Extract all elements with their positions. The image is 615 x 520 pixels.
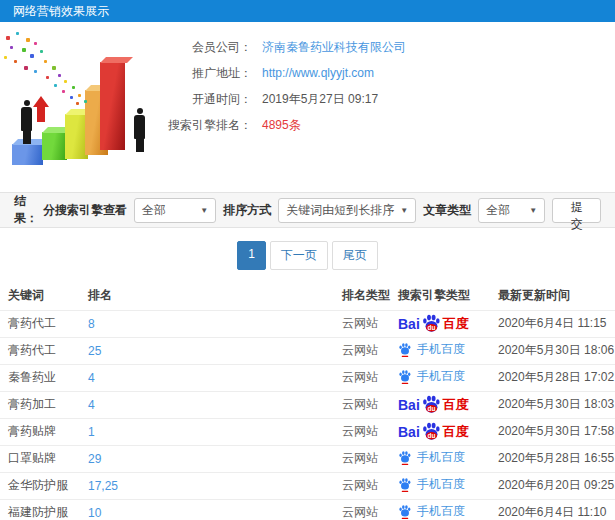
engine-filter-select[interactable]: 全部 ▼: [134, 198, 216, 223]
keyword-cell: 秦鲁药业: [0, 364, 88, 391]
engine-cell: 手机百度: [398, 337, 498, 364]
info-row: 开通时间：2019年5月27日 09:17: [160, 86, 615, 112]
rank-type-cell: 云网站: [342, 445, 398, 472]
rank-type-cell: 云网站: [342, 337, 398, 364]
page: 网络营销效果展示 会员公司：济南秦鲁药业科技有限公司推广地址：http://ww…: [0, 0, 615, 520]
rank-cell: 4: [88, 391, 342, 418]
rank-type-cell: 云网站: [342, 364, 398, 391]
table-row: 口罩贴牌29云网站手机百度2020年5月28日 16:55: [0, 445, 615, 472]
engine-cell: Baidu百度: [398, 418, 498, 445]
baidu-mobile-label: 手机百度: [417, 503, 465, 520]
table-row: 秦鲁药业4云网站手机百度2020年5月28日 17:02: [0, 364, 615, 391]
rank-link[interactable]: 4: [88, 398, 95, 412]
baidu-logo-bai-text: Bai: [398, 316, 420, 332]
updated-cell: 2020年6月4日 11:10: [498, 499, 615, 520]
svg-text:du: du: [427, 324, 435, 331]
chart-bar: [12, 144, 43, 165]
figure-legs: [136, 139, 144, 152]
table-row: 金华防护服17,25云网站手机百度2020年6月20日 09:25: [0, 472, 615, 499]
rank-type-text: 云网站: [342, 370, 378, 384]
pagination-next[interactable]: 下一页: [270, 241, 328, 270]
filter-controls: 分搜索引擎查看 全部 ▼ 排序方式 关键词由短到长排序 ▼ 文章类型 全部 ▼ …: [43, 198, 601, 223]
confetti-dot: [6, 36, 10, 40]
pagination: 1 下一页 尾页: [0, 241, 615, 270]
updated-cell: 2020年6月20日 09:25: [498, 472, 615, 499]
engine-filter-value: 全部: [142, 202, 166, 219]
keyword-cell: 膏药加工: [0, 391, 88, 418]
confetti-dot: [10, 46, 13, 49]
red-up-arrow: [33, 96, 49, 122]
confetti-dot: [34, 70, 37, 73]
confetti-dot: [64, 80, 67, 83]
rank-link[interactable]: 29: [88, 452, 101, 466]
baidu-mobile-paw-icon: [398, 504, 412, 520]
confetti-dot: [16, 32, 19, 35]
baidu-mobile-label: 手机百度: [417, 449, 465, 466]
chevron-down-icon: ▼: [200, 206, 208, 215]
confetti-dot: [84, 100, 87, 103]
confetti-dot: [4, 56, 7, 59]
result-label: 结果：: [14, 193, 43, 227]
article-type-value: 全部: [486, 202, 510, 219]
baidu-mobile-label: 手机百度: [417, 476, 465, 493]
baidu-logo: Baidu百度: [398, 421, 469, 442]
member-company-link[interactable]: 济南秦鲁药业科技有限公司: [262, 39, 406, 56]
figure-head: [24, 100, 30, 106]
keyword-cell: 膏药代工: [0, 310, 88, 337]
updated-time-text: 2020年6月4日 11:10: [498, 505, 607, 519]
keyword-text: 膏药代工: [8, 316, 56, 330]
chevron-down-icon: ▼: [529, 206, 537, 215]
info-label: 会员公司：: [160, 39, 252, 56]
rank-link[interactable]: 10: [88, 506, 101, 520]
svg-text:du: du: [427, 405, 435, 412]
rank-link[interactable]: 17,25: [88, 479, 118, 493]
updated-time-text: 2020年5月30日 18:06: [498, 343, 614, 357]
col-engine-type: 搜索引擎类型: [398, 282, 498, 310]
keyword-text: 福建防护服: [8, 505, 68, 519]
baidu-logo-cn-text: 百度: [443, 315, 469, 333]
baidu-logo-cn-text: 百度: [443, 423, 469, 441]
engine-cell: Baidu百度: [398, 310, 498, 337]
baidu-mobile-label: 手机百度: [417, 341, 465, 358]
rank-link[interactable]: 4: [88, 371, 95, 385]
info-row: 推广地址：http://www.qlyyjt.com: [160, 60, 615, 86]
confetti-dot: [44, 60, 47, 63]
col-updated: 最新更新时间: [498, 282, 615, 310]
submit-button[interactable]: 提交: [552, 198, 601, 223]
rank-type-text: 云网站: [342, 316, 378, 330]
rank-link[interactable]: 25: [88, 344, 101, 358]
col-keyword: 关键词: [0, 282, 88, 310]
confetti-dot: [70, 96, 73, 99]
businessman-figure: [133, 108, 146, 152]
info-section: 会员公司：济南秦鲁药业科技有限公司推广地址：http://www.qlyyjt.…: [0, 22, 615, 192]
updated-cell: 2020年5月30日 17:58: [498, 418, 615, 445]
updated-cell: 2020年5月28日 16:55: [498, 445, 615, 472]
pagination-last[interactable]: 尾页: [332, 241, 378, 270]
baidu-mobile-logo: 手机百度: [398, 503, 465, 520]
promo-url-link[interactable]: http://www.qlyyjt.com: [262, 66, 374, 80]
rank-link[interactable]: 8: [88, 317, 95, 331]
article-type-select[interactable]: 全部 ▼: [478, 198, 545, 223]
baidu-mobile-paw-icon: [398, 450, 412, 466]
confetti-dot: [24, 66, 28, 70]
sort-select[interactable]: 关键词由短到长排序 ▼: [278, 198, 416, 223]
updated-time-text: 2020年5月28日 16:55: [498, 451, 614, 465]
rank-link[interactable]: 1: [88, 425, 95, 439]
rank-type-text: 云网站: [342, 451, 378, 465]
confetti-dot: [40, 50, 43, 53]
confetti-dot: [62, 90, 65, 93]
engine-cell: 手机百度: [398, 364, 498, 391]
keyword-text: 膏药贴牌: [8, 424, 56, 438]
pagination-page-1[interactable]: 1: [237, 241, 266, 270]
baidu-paw-icon: du: [421, 394, 442, 415]
rank-type-text: 云网站: [342, 397, 378, 411]
col-rank: 排名: [88, 282, 342, 310]
open-time-value: 2019年5月27日 09:17: [262, 91, 378, 108]
baidu-mobile-label: 手机百度: [417, 368, 465, 385]
keyword-text: 金华防护服: [8, 478, 68, 492]
company-info-list: 会员公司：济南秦鲁药业科技有限公司推广地址：http://www.qlyyjt.…: [160, 22, 615, 192]
info-row: 会员公司：济南秦鲁药业科技有限公司: [160, 34, 615, 60]
confetti-dot: [52, 66, 56, 70]
figure-head: [137, 108, 143, 114]
baidu-mobile-logo: 手机百度: [398, 341, 465, 358]
